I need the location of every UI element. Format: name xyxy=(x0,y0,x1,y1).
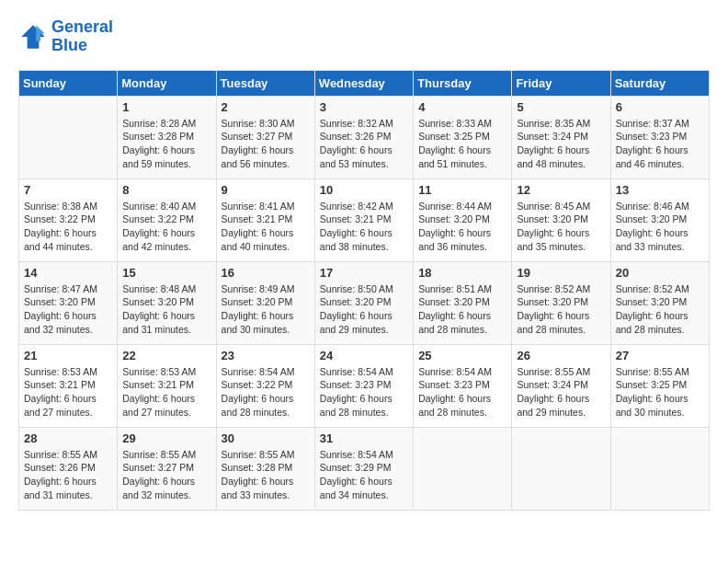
calendar-cell: 21Sunrise: 8:53 AMSunset: 3:21 PMDayligh… xyxy=(19,344,118,427)
calendar-cell: 19Sunrise: 8:52 AMSunset: 3:20 PMDayligh… xyxy=(512,261,610,344)
day-number: 30 xyxy=(222,431,310,445)
calendar-cell: 3Sunrise: 8:32 AMSunset: 3:26 PMDaylight… xyxy=(314,96,413,178)
day-info: Sunrise: 8:41 AMSunset: 3:21 PMDaylight:… xyxy=(222,200,310,254)
day-info: Sunrise: 8:55 AMSunset: 3:24 PMDaylight:… xyxy=(517,365,605,419)
day-number: 14 xyxy=(24,266,112,280)
day-number: 13 xyxy=(616,183,704,197)
weekday-header-wednesday: Wednesday xyxy=(314,70,413,96)
calendar-cell: 22Sunrise: 8:53 AMSunset: 3:21 PMDayligh… xyxy=(118,344,216,427)
day-info: Sunrise: 8:47 AMSunset: 3:20 PMDaylight:… xyxy=(24,282,112,337)
calendar-cell: 10Sunrise: 8:42 AMSunset: 3:21 PMDayligh… xyxy=(314,178,413,261)
calendar-cell: 15Sunrise: 8:48 AMSunset: 3:20 PMDayligh… xyxy=(118,261,216,344)
svg-marker-1 xyxy=(36,25,45,41)
day-info: Sunrise: 8:38 AMSunset: 3:22 PMDaylight:… xyxy=(24,200,112,254)
calendar-table: SundayMondayTuesdayWednesdayThursdayFrid… xyxy=(18,70,710,511)
day-number: 22 xyxy=(122,349,210,362)
calendar-cell: 2Sunrise: 8:30 AMSunset: 3:27 PMDaylight… xyxy=(216,96,314,178)
day-number: 31 xyxy=(320,431,408,445)
calendar-cell: 17Sunrise: 8:50 AMSunset: 3:20 PMDayligh… xyxy=(314,261,413,344)
day-number: 18 xyxy=(418,266,506,280)
calendar-week-2: 7Sunrise: 8:38 AMSunset: 3:22 PMDaylight… xyxy=(19,178,710,261)
calendar-cell: 11Sunrise: 8:44 AMSunset: 3:20 PMDayligh… xyxy=(414,178,512,261)
day-number: 4 xyxy=(418,100,506,114)
day-info: Sunrise: 8:54 AMSunset: 3:22 PMDaylight:… xyxy=(222,365,310,419)
weekday-header-sunday: Sunday xyxy=(19,70,118,96)
logo: General Blue xyxy=(18,18,113,55)
day-number: 15 xyxy=(122,266,210,280)
day-number: 25 xyxy=(418,349,506,362)
day-info: Sunrise: 8:55 AMSunset: 3:25 PMDaylight:… xyxy=(616,365,704,419)
calendar-cell: 13Sunrise: 8:46 AMSunset: 3:20 PMDayligh… xyxy=(610,178,709,261)
day-info: Sunrise: 8:54 AMSunset: 3:29 PMDaylight:… xyxy=(320,448,408,502)
day-info: Sunrise: 8:48 AMSunset: 3:20 PMDaylight:… xyxy=(122,282,210,337)
day-number: 29 xyxy=(122,431,210,445)
day-number: 1 xyxy=(122,100,210,114)
day-number: 11 xyxy=(418,183,506,197)
calendar-week-5: 28Sunrise: 8:55 AMSunset: 3:26 PMDayligh… xyxy=(19,427,710,510)
calendar-cell: 24Sunrise: 8:54 AMSunset: 3:23 PMDayligh… xyxy=(314,344,413,427)
calendar-cell: 25Sunrise: 8:54 AMSunset: 3:23 PMDayligh… xyxy=(414,344,512,427)
calendar-cell: 31Sunrise: 8:54 AMSunset: 3:29 PMDayligh… xyxy=(314,427,413,510)
calendar-cell xyxy=(610,427,709,510)
calendar-cell: 12Sunrise: 8:45 AMSunset: 3:20 PMDayligh… xyxy=(512,178,610,261)
day-number: 12 xyxy=(517,183,605,197)
day-info: Sunrise: 8:37 AMSunset: 3:23 PMDaylight:… xyxy=(616,117,704,171)
calendar-cell: 4Sunrise: 8:33 AMSunset: 3:25 PMDaylight… xyxy=(414,96,512,178)
day-number: 9 xyxy=(222,183,310,197)
day-number: 26 xyxy=(517,349,605,362)
day-info: Sunrise: 8:52 AMSunset: 3:20 PMDaylight:… xyxy=(616,282,704,337)
day-number: 6 xyxy=(616,100,704,114)
day-number: 16 xyxy=(222,266,310,280)
day-number: 10 xyxy=(320,183,408,197)
weekday-header-tuesday: Tuesday xyxy=(216,70,314,96)
page-header: General Blue xyxy=(18,18,710,55)
day-number: 28 xyxy=(24,431,112,445)
day-info: Sunrise: 8:42 AMSunset: 3:21 PMDaylight:… xyxy=(320,200,408,254)
day-info: Sunrise: 8:52 AMSunset: 3:20 PMDaylight:… xyxy=(517,282,605,337)
day-info: Sunrise: 8:28 AMSunset: 3:28 PMDaylight:… xyxy=(122,117,210,171)
weekday-header-monday: Monday xyxy=(118,70,216,96)
calendar-week-1: 1Sunrise: 8:28 AMSunset: 3:28 PMDaylight… xyxy=(19,96,710,178)
day-info: Sunrise: 8:40 AMSunset: 3:22 PMDaylight:… xyxy=(122,200,210,254)
day-info: Sunrise: 8:33 AMSunset: 3:25 PMDaylight:… xyxy=(418,117,506,171)
calendar-cell: 5Sunrise: 8:35 AMSunset: 3:24 PMDaylight… xyxy=(512,96,610,178)
day-info: Sunrise: 8:53 AMSunset: 3:21 PMDaylight:… xyxy=(122,365,210,419)
day-info: Sunrise: 8:46 AMSunset: 3:20 PMDaylight:… xyxy=(616,200,704,254)
calendar-cell: 8Sunrise: 8:40 AMSunset: 3:22 PMDaylight… xyxy=(118,178,216,261)
calendar-cell: 29Sunrise: 8:55 AMSunset: 3:27 PMDayligh… xyxy=(118,427,216,510)
day-number: 5 xyxy=(517,100,605,114)
day-info: Sunrise: 8:35 AMSunset: 3:24 PMDaylight:… xyxy=(517,117,605,171)
calendar-cell: 16Sunrise: 8:49 AMSunset: 3:20 PMDayligh… xyxy=(216,261,314,344)
logo-icon xyxy=(18,22,48,52)
day-number: 8 xyxy=(122,183,210,197)
day-info: Sunrise: 8:54 AMSunset: 3:23 PMDaylight:… xyxy=(418,365,506,419)
calendar-cell xyxy=(512,427,610,510)
calendar-cell: 27Sunrise: 8:55 AMSunset: 3:25 PMDayligh… xyxy=(610,344,709,427)
day-number: 2 xyxy=(222,100,310,114)
day-number: 20 xyxy=(616,266,704,280)
day-info: Sunrise: 8:55 AMSunset: 3:26 PMDaylight:… xyxy=(24,448,112,502)
day-info: Sunrise: 8:55 AMSunset: 3:27 PMDaylight:… xyxy=(122,448,210,502)
day-info: Sunrise: 8:53 AMSunset: 3:21 PMDaylight:… xyxy=(24,365,112,419)
logo-text: General Blue xyxy=(51,18,113,55)
day-info: Sunrise: 8:50 AMSunset: 3:20 PMDaylight:… xyxy=(320,282,408,337)
day-number: 21 xyxy=(24,349,112,362)
calendar-week-4: 21Sunrise: 8:53 AMSunset: 3:21 PMDayligh… xyxy=(19,344,710,427)
calendar-cell: 6Sunrise: 8:37 AMSunset: 3:23 PMDaylight… xyxy=(610,96,709,178)
calendar-cell: 28Sunrise: 8:55 AMSunset: 3:26 PMDayligh… xyxy=(19,427,118,510)
calendar-cell: 14Sunrise: 8:47 AMSunset: 3:20 PMDayligh… xyxy=(19,261,118,344)
calendar-cell: 30Sunrise: 8:55 AMSunset: 3:28 PMDayligh… xyxy=(216,427,314,510)
day-number: 19 xyxy=(517,266,605,280)
calendar-cell: 23Sunrise: 8:54 AMSunset: 3:22 PMDayligh… xyxy=(216,344,314,427)
calendar-cell: 1Sunrise: 8:28 AMSunset: 3:28 PMDaylight… xyxy=(118,96,216,178)
weekday-header-friday: Friday xyxy=(512,70,610,96)
calendar-cell: 7Sunrise: 8:38 AMSunset: 3:22 PMDaylight… xyxy=(19,178,118,261)
day-info: Sunrise: 8:49 AMSunset: 3:20 PMDaylight:… xyxy=(222,282,310,337)
day-info: Sunrise: 8:54 AMSunset: 3:23 PMDaylight:… xyxy=(320,365,408,419)
svg-marker-0 xyxy=(21,25,45,49)
weekday-header-row: SundayMondayTuesdayWednesdayThursdayFrid… xyxy=(19,70,710,96)
day-number: 27 xyxy=(616,349,704,362)
day-info: Sunrise: 8:32 AMSunset: 3:26 PMDaylight:… xyxy=(320,117,408,171)
day-number: 24 xyxy=(320,349,408,362)
day-info: Sunrise: 8:45 AMSunset: 3:20 PMDaylight:… xyxy=(517,200,605,254)
